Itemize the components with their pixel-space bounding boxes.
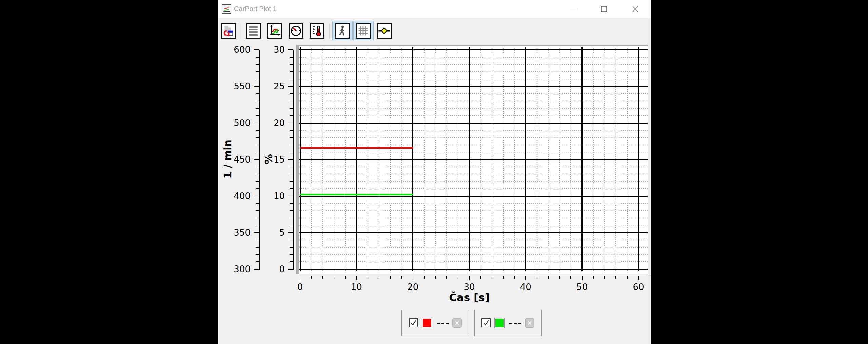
x-axis-tick-label: 20	[399, 282, 427, 292]
legend-visibility-checkbox[interactable]	[409, 318, 418, 327]
legend-remove-button[interactable]	[525, 318, 534, 328]
y-axis-tick-label: 600	[223, 45, 251, 55]
gridline-minor-vertical	[368, 48, 368, 272]
x-axis-tick-label: 30	[456, 282, 483, 292]
gridline-major-horizontal	[299, 232, 648, 233]
y-axis-tick	[290, 254, 293, 255]
dash	[509, 323, 512, 324]
y-axis-tick	[288, 196, 293, 196]
gridline-minor-vertical	[311, 48, 312, 272]
legend-color-swatch[interactable]	[422, 318, 432, 328]
x-axis-tick	[615, 276, 616, 279]
x-axis-tick	[368, 276, 368, 279]
y-axis-tick-label: 5	[258, 228, 285, 238]
gridline-major-horizontal	[299, 159, 648, 160]
y-axis-tick	[290, 79, 293, 79]
y-axis-tick	[290, 261, 293, 262]
gridline-minor-vertical	[334, 48, 334, 272]
y-axis-tick	[290, 130, 293, 131]
y-axis-tick-label: 25	[258, 81, 285, 91]
x-axis-tick	[401, 276, 402, 279]
gridline-minor-vertical	[379, 48, 379, 272]
x-axis-tick	[514, 276, 515, 279]
gridline-minor-vertical	[446, 48, 447, 272]
gridline-minor-horizontal	[299, 71, 648, 72]
app-window: CarPort Plot 1	[218, 0, 651, 344]
y-axis-tick-label: 500	[223, 118, 251, 128]
y-axis-tick	[290, 174, 293, 174]
y-axis-tick	[290, 137, 293, 138]
x-axis-tick	[300, 276, 300, 280]
legend-color-fill	[423, 319, 431, 327]
gridline-minor-horizontal	[299, 79, 648, 79]
x-axis-tick	[424, 276, 425, 279]
legend-color-fill	[495, 319, 504, 327]
gridline-minor-vertical	[480, 48, 481, 272]
x-axis-tick	[570, 276, 571, 279]
y-axis-tick-label: 550	[223, 81, 251, 91]
gridline-minor-horizontal	[299, 225, 648, 225]
gridline-minor-vertical	[401, 48, 402, 272]
x-axis-tick	[582, 276, 583, 280]
checkmark-icon	[482, 319, 490, 327]
gridline-minor-horizontal	[299, 130, 648, 131]
gridline-minor-horizontal	[299, 108, 648, 109]
red-series-line[interactable]	[300, 147, 413, 149]
gridline-minor-vertical	[424, 48, 425, 272]
legend-visibility-checkbox[interactable]	[481, 318, 491, 327]
checkmark-icon	[410, 319, 417, 327]
gridline-minor-horizontal	[299, 210, 648, 211]
x-axis-tick	[503, 276, 504, 279]
x-axis-tick	[413, 276, 413, 280]
dash	[514, 323, 517, 324]
gridline-minor-horizontal	[299, 145, 648, 145]
y-axis-tick	[256, 57, 259, 58]
x-axis-tick	[356, 276, 357, 280]
gridline-minor-horizontal	[299, 181, 648, 182]
y-axis-tick	[290, 108, 293, 109]
gridline-minor-vertical	[615, 48, 616, 272]
y-axis-tick	[256, 254, 259, 255]
y-axis-tick	[256, 174, 259, 174]
gridline-minor-vertical	[345, 48, 346, 272]
dash	[437, 323, 440, 324]
gridline-minor-vertical	[435, 48, 436, 272]
gridline-minor-vertical	[458, 48, 458, 272]
plot-cursor-bar[interactable]	[296, 45, 299, 274]
legend-line-style	[437, 323, 449, 324]
y-axis-tick	[288, 123, 293, 123]
x-axis-tick	[458, 276, 458, 279]
x-axis-tick	[311, 276, 312, 279]
x-axis-tick	[638, 276, 639, 280]
legend-entry	[474, 310, 542, 336]
legend-remove-button[interactable]	[452, 318, 462, 328]
legend-entry	[401, 310, 469, 336]
y-axis-2-line	[293, 50, 294, 270]
gridline-minor-horizontal	[299, 261, 648, 262]
gridline-major-horizontal	[299, 196, 648, 197]
y-axis-tick	[290, 247, 293, 248]
x-axis-tick-label: 40	[512, 282, 539, 292]
green-series-line[interactable]	[300, 194, 413, 195]
gridline-minor-horizontal	[299, 167, 648, 167]
gridline-minor-horizontal	[299, 203, 648, 204]
y-axis-tick	[256, 64, 259, 65]
gridline-minor-vertical	[548, 48, 549, 272]
y-axis-tick	[256, 188, 259, 189]
y-axis-tick-label: 400	[223, 191, 251, 201]
y-axis-tick	[256, 130, 259, 131]
y-axis-tick	[290, 218, 293, 218]
x-axis-tick	[379, 276, 379, 279]
remove-x-icon	[453, 319, 461, 327]
legend-color-swatch[interactable]	[494, 318, 505, 328]
gridline-major-horizontal	[299, 49, 648, 50]
y-axis-tick	[256, 101, 259, 101]
y-axis-tick	[256, 115, 259, 116]
x-axis-tick	[446, 276, 447, 279]
y-axis-tick	[256, 210, 259, 211]
y-axis-tick	[290, 101, 293, 101]
x-axis-tick	[334, 276, 334, 279]
gridline-minor-vertical	[492, 48, 492, 272]
dash	[441, 323, 444, 324]
x-axis-tick	[480, 276, 481, 279]
